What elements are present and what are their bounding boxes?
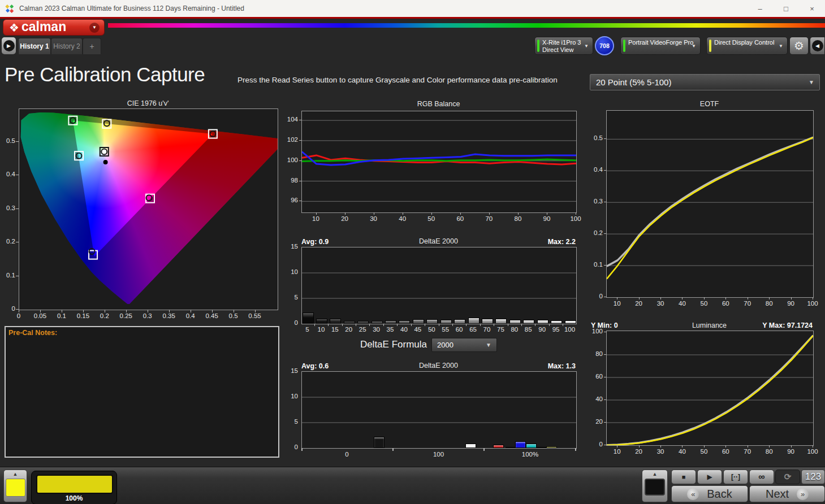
axis-tick-label: 40 — [673, 448, 690, 455]
axis-tick-mark — [604, 445, 606, 445]
axis-tick-mark — [518, 212, 519, 215]
axis-tick-mark — [813, 297, 813, 299]
patch-size-button[interactable]: ▲ — [3, 470, 27, 502]
axis-tick-label: 0.05 — [29, 312, 51, 319]
axis-tick-label: 15 — [281, 367, 298, 374]
calman-logo-text: calman — [21, 19, 66, 34]
patch-window-button[interactable]: ▲ — [642, 470, 668, 502]
chevron-down-icon: ▼ — [809, 79, 814, 85]
read-series-button[interactable]: [··] — [723, 470, 748, 484]
axis-tick-label: 5 — [281, 418, 298, 425]
axis-tick-label: 10 — [308, 215, 325, 222]
axis-tick-label: 30 — [652, 448, 669, 455]
axis-tick-mark — [301, 448, 303, 451]
axis-tick-mark — [791, 297, 792, 299]
deltae-formula-dropdown[interactable]: 2000 ▼ — [431, 338, 497, 352]
axis-tick-mark — [575, 448, 576, 451]
display-control-dropdown[interactable]: Direct Display Control ▼ — [706, 37, 788, 55]
axis-tick-mark — [316, 212, 317, 215]
cie-measured-white-point — [103, 160, 108, 164]
chevron-down-icon: ▼ — [89, 23, 100, 33]
minimize-button[interactable]: – — [747, 0, 773, 17]
axis-tick-label: 60 — [586, 373, 603, 380]
luminance-ymax: Y Max: 97.1724 — [705, 321, 813, 329]
axis-tick-label: 80 — [761, 448, 778, 455]
source-name: Portrait VideoForge Pro — [628, 39, 693, 46]
chevron-double-right-icon: » — [797, 488, 809, 500]
close-button[interactable]: × — [799, 0, 825, 17]
axis-tick-mark — [725, 297, 726, 299]
deltae-bar-70 — [482, 319, 493, 324]
axis-tick-label: 0.1 — [586, 261, 603, 268]
axis-tick-label: 0 — [281, 319, 298, 326]
axis-tick-mark — [604, 354, 606, 355]
axis-tick-mark — [16, 242, 19, 242]
meter-dropdown[interactable]: X-Rite i1Pro 3 Direct View ▼ — [534, 37, 593, 55]
axis-tick-label: 15 — [281, 243, 298, 250]
axis-tick-label: 80 — [509, 215, 526, 222]
tab-history-2[interactable]: History 2 — [51, 38, 83, 54]
axis-tick-label: 98 — [281, 177, 298, 184]
axis-tick-label: 0.3 — [136, 312, 159, 319]
deltae-color-canvas — [302, 372, 576, 448]
axis-tick-mark — [299, 120, 301, 120]
maximize-button[interactable]: □ — [773, 0, 799, 17]
deltae-bar-90 — [537, 320, 548, 324]
eotf-plot-series-measured — [607, 138, 813, 279]
axis-tick-mark — [682, 297, 683, 299]
deltae-color-bar-white — [465, 444, 476, 448]
deltae-bar-100 — [565, 320, 576, 324]
axis-tick-label: 100 — [562, 326, 578, 333]
add-tab-button[interactable]: + — [83, 38, 101, 54]
next-button[interactable]: Next » — [749, 485, 825, 502]
axis-tick-mark — [212, 310, 213, 312]
rainbow-gradient-bar — [108, 23, 825, 28]
stop-icon: ■ — [682, 473, 686, 480]
deltae-bar-65 — [468, 318, 480, 324]
rgb-balance-title: RGB Balance — [301, 100, 576, 108]
point-count-dropdown[interactable]: 20 Point (5% 5-100) ▼ — [590, 74, 820, 90]
axis-tick-mark — [660, 297, 661, 299]
tab-history-1[interactable]: History 1 — [18, 38, 51, 54]
collapse-panel-button[interactable]: ◀ — [810, 37, 825, 55]
eotf-title: EOTF — [606, 100, 813, 108]
axis-tick-label: 0.2 — [93, 312, 116, 319]
deltae-bar-15 — [330, 319, 341, 324]
pre-cal-notes-field[interactable]: Pre-Cal Notes: — [5, 326, 279, 458]
axis-tick-label: 0 — [330, 451, 364, 458]
chevron-down-icon: ▼ — [779, 44, 783, 49]
axis-tick-mark — [604, 297, 606, 297]
source-dropdown[interactable]: Portrait VideoForge Pro ▼ — [620, 37, 701, 55]
play-button[interactable]: ▶ — [697, 470, 722, 484]
play-icon: ▶ — [707, 473, 712, 481]
deltae-bar-60 — [454, 319, 465, 324]
axis-tick-mark — [234, 310, 234, 312]
axis-tick-label: 0.1 — [50, 312, 73, 319]
continuous-read-button[interactable]: ∞ — [749, 470, 774, 484]
back-button[interactable]: « Back — [671, 485, 748, 502]
axis-tick-mark — [299, 181, 301, 181]
calman-window: Calman 2023 Calman Ultimate for Business… — [0, 0, 825, 504]
axis-tick-label: 100 — [422, 451, 456, 458]
chevron-down-icon: ▼ — [692, 44, 696, 49]
calman-menu-button[interactable]: ❖ calman ▼ — [3, 19, 105, 36]
rgb-balance-plot — [301, 111, 577, 213]
axis-tick-label: 20 — [630, 448, 647, 455]
meter-badge[interactable]: 708 — [595, 36, 614, 55]
axis-tick-mark — [748, 445, 748, 447]
chevron-left-icon: ◀ — [812, 40, 823, 51]
axis-tick-label: 100 — [586, 328, 603, 334]
axis-tick-label: 0.3 — [586, 198, 603, 205]
axis-tick-mark — [299, 160, 301, 161]
instruction-text: Press the Read Series button to capture … — [237, 76, 558, 84]
refresh-icon: ⟳ — [784, 472, 792, 482]
display-status-indicator — [709, 40, 711, 52]
arrow-up-icon: ▲ — [13, 471, 18, 477]
stop-button[interactable]: ■ — [671, 470, 696, 484]
deltae-color-plot — [301, 371, 577, 449]
workflow-panel-toggle-button[interactable]: ▶ — [2, 37, 16, 54]
axis-tick-mark — [748, 297, 748, 299]
luminance-plot-canvas — [607, 331, 813, 445]
loop-button[interactable]: ⟳ — [775, 470, 800, 484]
settings-button[interactable]: ⚙ — [789, 37, 809, 55]
